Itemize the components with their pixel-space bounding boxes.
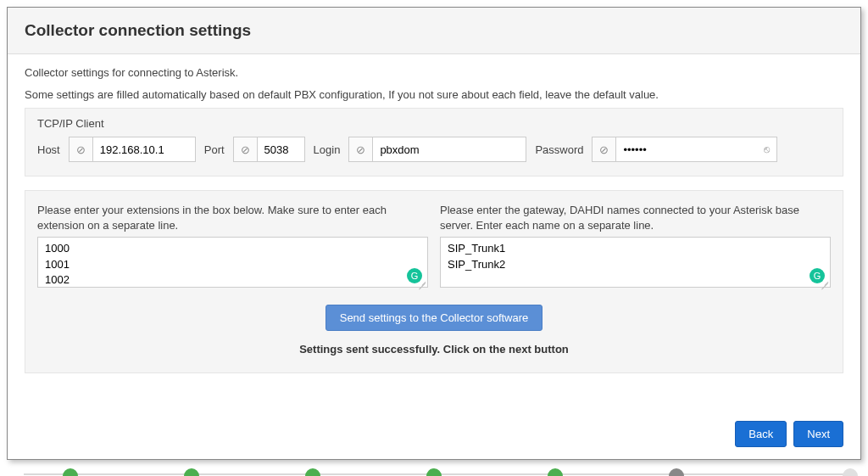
two-columns: Please enter your extensions in the box …	[37, 203, 831, 288]
settings-panel: Collector connection settings Collector …	[7, 7, 861, 460]
step-item[interactable]: STEP 4	[253, 468, 374, 476]
step-dot	[305, 468, 320, 476]
lists-block: Please enter your extensions in the box …	[25, 190, 843, 373]
gateways-wrap: G	[440, 237, 831, 288]
password-input-group: ⊘ ⎋	[592, 137, 777, 162]
footer-buttons: Back Next	[8, 387, 860, 459]
step-dot	[669, 468, 684, 476]
step-dot	[426, 468, 442, 476]
extensions-textarea[interactable]	[38, 238, 427, 287]
gateways-textarea[interactable]	[441, 238, 830, 287]
step-item[interactable]: STEP 5	[374, 468, 495, 476]
login-label: Login	[314, 143, 341, 156]
tcpip-fieldset: TCP/IP Client Host ⊘ Port ⊘ Login ⊘ Pass…	[25, 108, 843, 176]
intro-line2: Some settings are filled automatically b…	[25, 87, 843, 104]
step-item[interactable]: STEP 7	[615, 468, 737, 476]
extensions-label: Please enter your extensions in the box …	[37, 203, 428, 233]
extensions-wrap: G	[37, 237, 428, 288]
gateways-label: Please enter the gateway, DAHDI names co…	[440, 203, 831, 233]
step-item[interactable]: STEP 6	[494, 468, 615, 476]
intro-line1: Collector settings for connecting to Ast…	[25, 64, 843, 81]
host-label: Host	[37, 143, 60, 156]
tcpip-row: Host ⊘ Port ⊘ Login ⊘ Password ⊘	[37, 137, 831, 162]
host-input[interactable]	[93, 137, 195, 161]
port-input-group: ⊘	[233, 137, 305, 162]
step-dot	[548, 468, 563, 476]
step-dot	[63, 468, 78, 476]
resize-handle[interactable]	[822, 279, 829, 286]
next-button[interactable]: Next	[793, 421, 843, 447]
extensions-column: Please enter your extensions in the box …	[37, 203, 428, 288]
step-item[interactable]: STEP 2	[10, 468, 131, 476]
login-input[interactable]	[373, 137, 526, 161]
step-item[interactable]: STEP 8	[737, 468, 858, 476]
send-row: Send settings to the Collector software	[37, 305, 831, 331]
password-save-icon[interactable]: ⎋	[756, 137, 776, 161]
page-title: Collector connection settings	[25, 21, 843, 40]
field-info-icon[interactable]: ⊘	[234, 137, 258, 161]
password-label: Password	[535, 143, 583, 156]
status-message: Settings sent successfully. Click on the…	[37, 343, 831, 356]
step-dot	[843, 468, 858, 476]
field-info-icon[interactable]: ⊘	[593, 137, 616, 161]
send-settings-button[interactable]: Send settings to the Collector software	[326, 305, 543, 331]
host-input-group: ⊘	[69, 137, 196, 162]
gateways-column: Please enter the gateway, DAHDI names co…	[440, 203, 831, 288]
login-input-group: ⊘	[348, 137, 526, 162]
password-input[interactable]	[616, 137, 756, 161]
field-info-icon[interactable]: ⊘	[70, 137, 93, 161]
panel-body: Collector settings for connecting to Ast…	[8, 54, 860, 387]
step-item[interactable]: STEP 3	[131, 468, 253, 476]
port-label: Port	[204, 143, 225, 156]
field-info-icon[interactable]: ⊘	[349, 137, 373, 161]
port-input[interactable]	[258, 137, 304, 161]
step-dot	[184, 468, 199, 476]
tcpip-title: TCP/IP Client	[37, 117, 831, 130]
resize-handle[interactable]	[420, 279, 426, 286]
panel-header: Collector connection settings	[8, 8, 860, 54]
stepper: STEP 2STEP 3STEP 4STEP 5STEP 6STEP 7STEP…	[7, 468, 861, 476]
back-button[interactable]: Back	[735, 421, 787, 447]
